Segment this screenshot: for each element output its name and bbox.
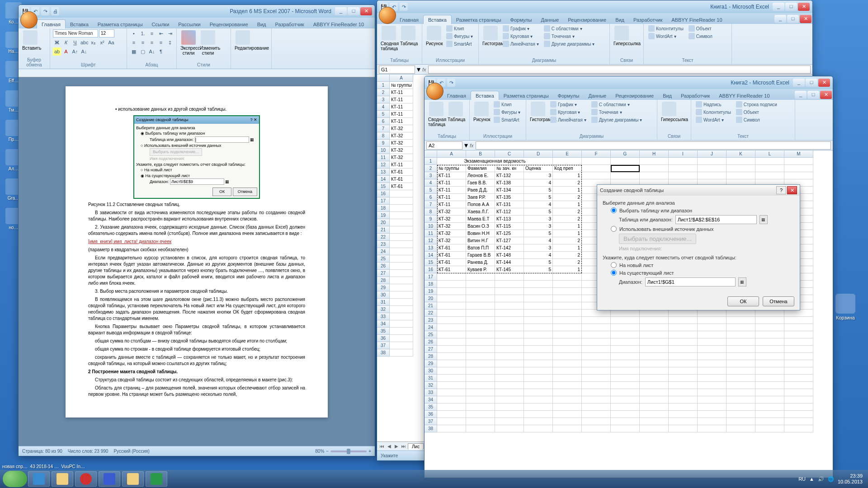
- tab-data[interactable]: Данные: [536, 15, 563, 24]
- font-name-select[interactable]: Times New Roman: [53, 29, 98, 38]
- borders-button[interactable]: ▢: [139, 47, 147, 56]
- tab-view[interactable]: Вид: [611, 15, 629, 24]
- strike-button[interactable]: abc: [80, 38, 88, 47]
- zoom-out-button[interactable]: −: [326, 449, 329, 454]
- clock[interactable]: 23:39 10.05.2013: [838, 473, 863, 485]
- highlight-button[interactable]: ab: [53, 47, 61, 56]
- sort-button[interactable]: A↓: [148, 47, 156, 56]
- formula-input[interactable]: [476, 141, 831, 150]
- minimize-button[interactable]: _: [793, 79, 805, 87]
- zoom-slider[interactable]: [330, 450, 367, 452]
- tab-prev-button[interactable]: ◀: [386, 444, 392, 449]
- zoom-value[interactable]: 80%: [315, 449, 324, 454]
- tab-home[interactable]: Главная: [37, 19, 66, 28]
- office-button[interactable]: [379, 7, 396, 24]
- document-area[interactable]: • использование данных из другой сводной…: [19, 77, 375, 446]
- tab-data[interactable]: Данные: [584, 91, 611, 100]
- taskbar-opera[interactable]: [75, 471, 97, 487]
- close-button[interactable]: ✕: [360, 7, 372, 15]
- table-button[interactable]: Таблица: [447, 101, 465, 123]
- italic-button[interactable]: К: [62, 38, 70, 47]
- underline-button[interactable]: Ч: [71, 38, 79, 47]
- word-count[interactable]: Число слов: 23 990: [68, 449, 108, 454]
- tab-first-button[interactable]: ⏮: [379, 444, 385, 449]
- align-right-button[interactable]: ≡: [148, 38, 156, 47]
- minimize-button[interactable]: _: [773, 3, 784, 11]
- tab-dev[interactable]: Разработчик: [271, 20, 309, 28]
- workbook-minimize[interactable]: _: [795, 91, 807, 99]
- edit-button[interactable]: Редактирование: [234, 29, 252, 52]
- smartart-button[interactable]: SmartArt: [444, 40, 475, 47]
- name-box[interactable]: A2: [426, 141, 462, 150]
- cancel-button[interactable]: Отмена: [763, 296, 794, 306]
- scatter-chart-button[interactable]: Точечная ▾: [542, 33, 597, 40]
- qat-print-icon[interactable]: 🖨: [51, 7, 59, 15]
- range-picker-button[interactable]: ▦: [738, 277, 746, 286]
- dropdown-icon[interactable]: ▾: [464, 141, 468, 150]
- font-size-select[interactable]: 12: [99, 29, 114, 38]
- justify-button[interactable]: ≡: [157, 38, 165, 47]
- excel2-titlebar[interactable]: 💾 ↶ ↷ Книга2 - Microsoft Excel _ □ ✕: [425, 76, 833, 89]
- numbering-button[interactable]: 1.: [139, 29, 147, 38]
- hyperlink-button[interactable]: Гиперссылка: [660, 101, 678, 123]
- shrink-button[interactable]: A↓: [80, 47, 88, 56]
- tab-dev[interactable]: Разработчик: [676, 91, 714, 100]
- close-button[interactable]: ✕: [798, 3, 810, 11]
- tab-abbyy[interactable]: ABBYY FineReader 10: [667, 15, 726, 24]
- tab-view[interactable]: Вид: [253, 20, 271, 28]
- taskbar-word[interactable]: [99, 471, 120, 487]
- tab-insert[interactable]: Вставка: [471, 91, 499, 100]
- range-picker-button[interactable]: ▦: [760, 215, 768, 224]
- ok-button[interactable]: ОК: [727, 296, 759, 306]
- tab-review[interactable]: Рецензирование: [611, 91, 658, 100]
- help-button[interactable]: ?: [776, 186, 786, 194]
- shapes-button[interactable]: Фигуры ▾: [444, 33, 475, 40]
- tab-formulas[interactable]: Формулы: [553, 91, 584, 100]
- workbook-restore[interactable]: □: [787, 15, 799, 23]
- symbol-button[interactable]: Символ: [687, 33, 714, 40]
- picture-button[interactable]: Рисунок: [472, 101, 491, 123]
- align-center-button[interactable]: ≡: [139, 38, 147, 47]
- radio-existing-sheet[interactable]: [611, 270, 617, 276]
- language-status[interactable]: Русский (Россия): [113, 449, 149, 454]
- radio-external[interactable]: [611, 226, 617, 232]
- excel1-titlebar[interactable]: 💾 ↶ ↷ Книга1 - Microsoft Excel _ □ ✕: [377, 0, 812, 13]
- change-styles-button[interactable]: Изменить стили: [199, 29, 217, 56]
- column-chart-button[interactable]: Гистограмма: [529, 101, 547, 123]
- recycle-bin[interactable]: Корзина: [832, 294, 859, 320]
- column-chart-button[interactable]: Гистограмма: [481, 25, 500, 47]
- zoom-in-button[interactable]: +: [368, 449, 371, 454]
- bold-button[interactable]: Ж: [53, 38, 61, 47]
- tab-layout[interactable]: Разметка страницы: [93, 20, 147, 28]
- dialog-close-button[interactable]: ✕: [787, 186, 797, 194]
- pie-chart-button[interactable]: Круговая ▾: [501, 33, 541, 40]
- other-chart-button[interactable]: Другие диаграммы ▾: [542, 40, 597, 47]
- tray-icon[interactable]: ▲: [809, 476, 814, 482]
- taskbar-ie[interactable]: [28, 471, 50, 487]
- workbook-minimize[interactable]: _: [774, 15, 786, 23]
- maximize-button[interactable]: □: [785, 3, 797, 11]
- maximize-button[interactable]: □: [806, 79, 817, 87]
- fx-icon[interactable]: fx: [470, 143, 474, 148]
- dialog-titlebar[interactable]: Создание сводной таблицы ? ✕: [597, 185, 800, 196]
- show-marks-button[interactable]: ¶: [157, 47, 165, 56]
- indent-inc-button[interactable]: ⇥: [166, 29, 174, 38]
- picture-button[interactable]: Рисунок: [425, 25, 443, 47]
- range-input[interactable]: [675, 215, 757, 224]
- tab-next-button[interactable]: ▶: [393, 444, 400, 449]
- qat-redo-icon[interactable]: ↷: [41, 7, 49, 15]
- page-status[interactable]: Страница: 80 из 90: [22, 449, 62, 454]
- close-button[interactable]: ✕: [818, 79, 830, 87]
- paste-button[interactable]: Вставить: [21, 29, 39, 52]
- clip-button[interactable]: Клип: [444, 25, 475, 32]
- taskbar-folder[interactable]: [122, 471, 144, 487]
- quick-styles-button[interactable]: Экспресс-стили: [179, 29, 198, 56]
- pivot-button[interactable]: Сводная таблица: [380, 25, 398, 52]
- workbook-restore[interactable]: □: [807, 91, 819, 99]
- fx-icon[interactable]: fx: [422, 67, 426, 72]
- object-button[interactable]: Объект: [687, 25, 714, 32]
- tab-refs[interactable]: Ссылки: [147, 20, 174, 28]
- office-button[interactable]: [426, 83, 443, 100]
- location-input[interactable]: [645, 277, 736, 286]
- shading-button[interactable]: ▦: [130, 47, 138, 56]
